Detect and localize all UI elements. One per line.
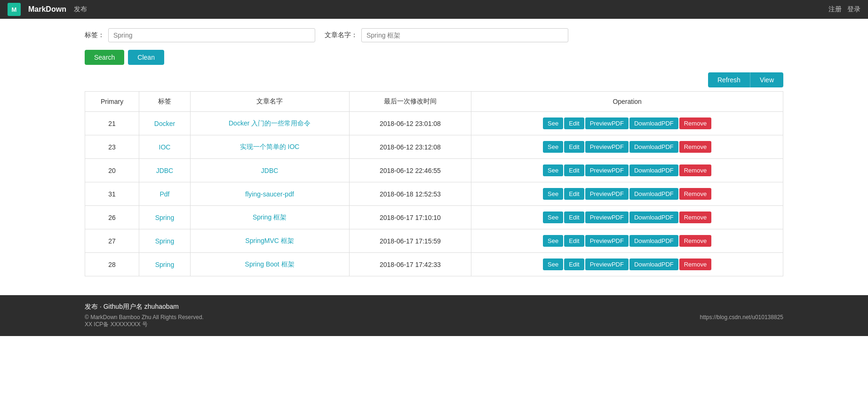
download-button[interactable]: DownloadPDF [629,164,678,176]
see-button[interactable]: See [543,235,563,247]
col-operation: Operation [471,92,783,112]
table-row: 21 Docker Docker 入门的一些常用命令 2018-06-12 23… [85,112,783,135]
cell-tag: IOC [139,135,190,159]
remove-button[interactable]: Remove [679,258,711,270]
app-title: MarkDown [28,5,66,14]
cell-name: SpringMVC 框架 [190,229,349,253]
col-tag: 标签 [139,92,190,112]
table-row: 20 JDBC JDBC 2018-06-12 22:46:55 See Edi… [85,159,783,182]
cell-id: 28 [85,253,139,276]
view-button[interactable]: View [750,72,783,87]
cell-name: flying-saucer-pdf [190,182,349,206]
edit-button[interactable]: Edit [564,117,584,129]
footer-blog-link[interactable]: https://blog.csdn.net/u010138825 [700,314,783,329]
cell-actions: See Edit PreviewPDF DownloadPDF Remove [471,112,783,135]
register-link[interactable]: 注册 [828,5,842,14]
login-link[interactable]: 登录 [847,5,860,14]
footer-bottom: © MarkDown Bamboo Zhu All Rights Reserve… [85,314,783,329]
remove-button[interactable]: Remove [679,188,711,200]
col-primary: Primary [85,92,139,112]
cell-id: 20 [85,159,139,182]
cell-id: 23 [85,135,139,159]
cell-time: 2018-06-12 22:46:55 [349,159,471,182]
footer: 发布 · Github用户名 zhuhaobam © MarkDown Bamb… [0,295,868,336]
footer-icp: XX ICP备 XXXXXXXX 号 [85,321,204,329]
edit-button[interactable]: Edit [564,188,584,200]
download-button[interactable]: DownloadPDF [629,258,678,270]
clean-button[interactable]: Clean [128,50,164,65]
cell-time: 2018-06-17 17:15:59 [349,229,471,253]
table-header-row: Primary 标签 文章名字 最后一次修改时间 Operation [85,92,783,112]
see-button[interactable]: See [543,141,563,153]
edit-button[interactable]: Edit [564,141,584,153]
cell-actions: See Edit PreviewPDF DownloadPDF Remove [471,135,783,159]
cell-name: Spring 框架 [190,206,349,229]
footer-publish: 发布 [85,303,98,310]
see-button[interactable]: See [543,117,563,129]
see-button[interactable]: See [543,188,563,200]
cell-time: 2018-06-12 23:01:08 [349,112,471,135]
edit-button[interactable]: Edit [564,164,584,176]
cell-actions: See Edit PreviewPDF DownloadPDF Remove [471,253,783,276]
preview-button[interactable]: PreviewPDF [585,258,629,270]
logo: M [8,3,21,16]
footer-separator: · [100,303,104,310]
cell-tag: Pdf [139,182,190,206]
remove-button[interactable]: Remove [679,164,711,176]
search-button[interactable]: Search [85,50,124,65]
remove-button[interactable]: Remove [679,235,711,247]
cell-time: 2018-06-17 17:10:10 [349,206,471,229]
edit-button[interactable]: Edit [564,258,584,270]
download-button[interactable]: DownloadPDF [629,235,678,247]
download-button[interactable]: DownloadPDF [629,117,678,129]
see-button[interactable]: See [543,258,563,270]
tag-label: 标签： [85,31,104,39]
cell-name: 实现一个简单的 IOC [190,135,349,159]
download-button[interactable]: DownloadPDF [629,211,678,223]
preview-button[interactable]: PreviewPDF [585,188,629,200]
col-name: 文章名字 [190,92,349,112]
article-filter-group: 文章名字： [325,28,568,42]
table-row: 27 Spring SpringMVC 框架 2018-06-17 17:15:… [85,229,783,253]
cell-time: 2018-06-12 23:12:08 [349,135,471,159]
remove-button[interactable]: Remove [679,211,711,223]
cell-id: 27 [85,229,139,253]
remove-button[interactable]: Remove [679,117,711,129]
cell-name: Docker 入门的一些常用命令 [190,112,349,135]
col-time: 最后一次修改时间 [349,92,471,112]
see-button[interactable]: See [543,164,563,176]
tag-input[interactable] [108,28,315,42]
refresh-button[interactable]: Refresh [708,72,750,87]
button-row: Search Clean [85,50,783,65]
cell-actions: See Edit PreviewPDF DownloadPDF Remove [471,229,783,253]
preview-button[interactable]: PreviewPDF [585,211,629,223]
cell-tag: Docker [139,112,190,135]
preview-button[interactable]: PreviewPDF [585,235,629,247]
edit-button[interactable]: Edit [564,235,584,247]
footer-top: 发布 · Github用户名 zhuhaobam [85,303,783,311]
cell-id: 31 [85,182,139,206]
cell-actions: See Edit PreviewPDF DownloadPDF Remove [471,206,783,229]
see-button[interactable]: See [543,211,563,223]
nav-publish[interactable]: 发布 [74,5,87,14]
cell-tag: JDBC [139,159,190,182]
preview-button[interactable]: PreviewPDF [585,164,629,176]
cell-tag: Spring [139,229,190,253]
article-input[interactable] [361,28,568,42]
remove-button[interactable]: Remove [679,141,711,153]
download-button[interactable]: DownloadPDF [629,141,678,153]
cell-id: 21 [85,112,139,135]
footer-left: © MarkDown Bamboo Zhu All Rights Reserve… [85,314,204,329]
footer-github-user[interactable]: zhuhaobam [144,303,179,310]
cell-time: 2018-06-17 17:42:33 [349,253,471,276]
cell-id: 26 [85,206,139,229]
table-row: 28 Spring Spring Boot 框架 2018-06-17 17:4… [85,253,783,276]
filter-row: 标签： 文章名字： [85,28,783,42]
preview-button[interactable]: PreviewPDF [585,117,629,129]
preview-button[interactable]: PreviewPDF [585,141,629,153]
download-button[interactable]: DownloadPDF [629,188,678,200]
main-content: 标签： 文章名字： Search Clean Refresh View Prim… [0,19,868,286]
articles-table: Primary 标签 文章名字 最后一次修改时间 Operation 21 Do… [85,91,783,276]
edit-button[interactable]: Edit [564,211,584,223]
header: M MarkDown 发布 注册 登录 [0,0,868,19]
